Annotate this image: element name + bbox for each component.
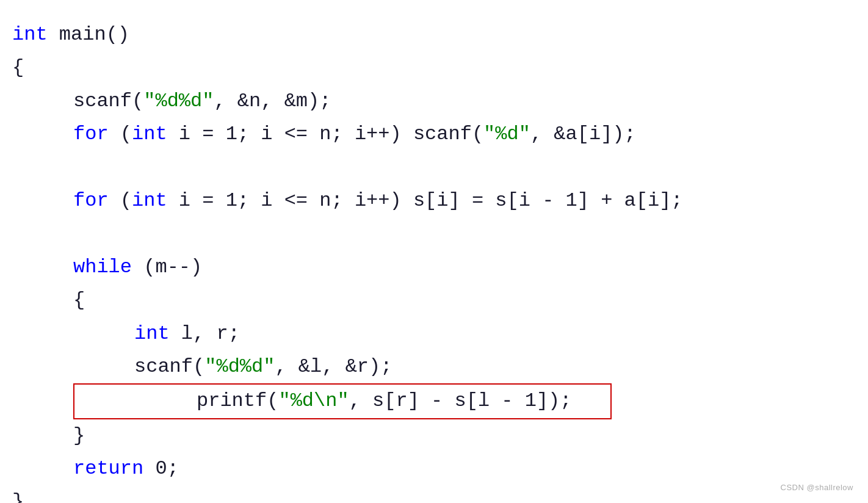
code-text: i = 1; i <= n; i++) scanf( <box>167 118 483 151</box>
code-line-15: } <box>12 485 856 503</box>
string-literal: "%d%d" <box>204 350 275 383</box>
keyword-int: int <box>134 317 170 350</box>
keyword-int: int <box>132 118 167 151</box>
code-text: printf( <box>197 385 278 418</box>
keyword-for: for <box>73 118 109 151</box>
code-line-13: } <box>12 419 856 452</box>
code-line-3: scanf("%d%d", &n, &m); <box>12 85 856 118</box>
keyword-int: int <box>12 18 48 51</box>
code-text: (m--) <box>132 251 202 284</box>
code-text: scanf( <box>73 85 143 118</box>
code-text: , &a[i]); <box>530 118 636 151</box>
code-text: i = 1; i <= n; i++) s[i] = s[i - 1] + a[… <box>167 184 683 217</box>
keyword-for: for <box>73 184 109 217</box>
code-line-2: { <box>12 51 856 84</box>
code-line-5 <box>12 151 856 184</box>
code-text: , &n, &m); <box>214 85 331 118</box>
code-text: { <box>73 284 85 317</box>
code-text: ( <box>109 184 132 217</box>
code-line-6: for (int i = 1; i <= n; i++) s[i] = s[i … <box>12 184 856 217</box>
code-text: 0; <box>143 452 179 485</box>
code-text: , &l, &r); <box>275 350 392 383</box>
code-text: ( <box>109 118 132 151</box>
code-line-1: int main() <box>12 18 856 51</box>
code-line-4: for (int i = 1; i <= n; i++) scanf("%d",… <box>12 118 856 151</box>
code-line-8: while (m--) <box>12 251 856 284</box>
code-text: main() <box>48 18 129 51</box>
string-literal: "%d%d" <box>143 85 214 118</box>
code-line-12-highlighted: printf("%d\n", s[r] - s[l - 1]); <box>73 383 612 419</box>
watermark: CSDN @shallrelow <box>781 483 853 492</box>
code-text: { <box>12 51 24 84</box>
string-literal: "%d" <box>483 118 530 151</box>
keyword-int: int <box>132 184 167 217</box>
code-text: l, r; <box>170 317 240 350</box>
string-literal: "%d\n" <box>278 385 349 418</box>
code-text: , s[r] - s[l - 1]); <box>349 385 572 418</box>
code-block: int main() { scanf("%d%d", &n, &m); for … <box>0 0 868 503</box>
code-line-14: return 0; <box>12 452 856 485</box>
keyword-while: while <box>73 251 132 284</box>
code-text: } <box>12 485 24 503</box>
code-line-7 <box>12 217 856 250</box>
code-line-11: scanf("%d%d", &l, &r); <box>12 350 856 383</box>
code-line-10: int l, r; <box>12 317 856 350</box>
keyword-return: return <box>73 452 143 485</box>
code-line-9: { <box>12 284 856 317</box>
code-text: scanf( <box>134 350 204 383</box>
code-text: } <box>73 419 85 452</box>
